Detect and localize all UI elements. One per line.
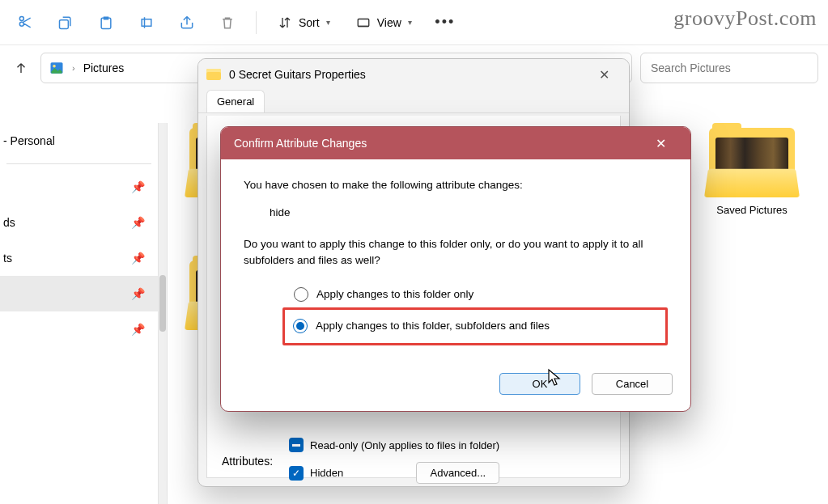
highlight: Apply changes to this folder, subfolders… <box>282 307 668 345</box>
radio-recursive[interactable]: Apply changes to this folder, subfolders… <box>293 313 657 339</box>
folder-icon <box>206 69 221 80</box>
ellipsis-icon: ••• <box>435 14 455 31</box>
rename-button[interactable] <box>128 6 165 39</box>
chevron-right-icon: › <box>72 63 75 73</box>
paste-button[interactable] <box>87 6 125 39</box>
share-button[interactable] <box>168 6 206 39</box>
folder-item[interactable]: Saved Pictures <box>695 128 809 216</box>
scrollbar-thumb[interactable] <box>159 275 166 332</box>
folder-icon <box>704 128 800 197</box>
checkbox-icon: ✓ <box>289 466 304 481</box>
svg-rect-0 <box>358 19 369 26</box>
sidebar-item[interactable]: 📌 <box>0 276 158 311</box>
sidebar-item[interactable]: ts 📌 <box>0 240 158 276</box>
sort-button[interactable]: Sort ▾ <box>266 11 342 35</box>
sidebar-item-label: ts <box>3 252 12 265</box>
properties-tabs: General <box>198 90 629 113</box>
ok-button[interactable]: OK <box>499 373 580 395</box>
watermark: groovyPost.com <box>673 6 817 31</box>
radio-icon <box>293 319 308 333</box>
radio-label: Apply changes to this folder only <box>316 286 473 303</box>
sort-label: Sort <box>299 16 320 29</box>
clipboard-icon <box>98 15 114 31</box>
confirm-titlebar[interactable]: Confirm Attribute Changes ✕ <box>221 127 690 159</box>
view-icon <box>356 15 371 30</box>
attributes-row: Attributes: Read-only (Only applies to f… <box>222 438 605 484</box>
pin-icon: 📌 <box>131 287 145 300</box>
radio-folder-only[interactable]: Apply changes to this folder only <box>294 282 668 307</box>
rename-icon <box>138 15 155 31</box>
confirm-close-button[interactable]: ✕ <box>643 131 677 155</box>
hidden-label: Hidden <box>310 467 343 479</box>
tab-general[interactable]: General <box>206 90 265 112</box>
scissors-icon <box>17 15 33 31</box>
folder-label: Saved Pictures <box>695 204 809 216</box>
copy-icon <box>57 15 74 31</box>
attributes-label: Attributes: <box>222 455 273 468</box>
sidebar-separator <box>6 163 151 164</box>
sidebar-scrollbar[interactable] <box>158 123 168 504</box>
sidebar-item[interactable]: - Personal <box>0 123 158 159</box>
confirm-question: Do you want to apply this change to this… <box>244 236 668 269</box>
copy-button[interactable] <box>47 6 84 39</box>
trash-icon <box>219 15 236 31</box>
toolbar: Sort ▾ View ▾ ••• groovyPost.com <box>0 0 828 45</box>
radio-icon <box>294 287 308 302</box>
pictures-icon <box>49 61 64 75</box>
properties-close-button[interactable]: ✕ <box>587 62 621 87</box>
confirm-change: hide <box>270 205 668 221</box>
nav-sidebar: - Personal 📌 ds 📌 ts 📌 📌 📌 <box>0 91 158 504</box>
radio-group: Apply changes to this folder only Apply … <box>294 282 668 345</box>
close-icon: ✕ <box>656 136 666 151</box>
pin-icon: 📌 <box>131 252 145 265</box>
view-button[interactable]: View ▾ <box>345 11 423 35</box>
sidebar-item-label: ds <box>3 216 15 229</box>
readonly-checkbox[interactable]: Read-only (Only applies to files in fold… <box>289 438 499 452</box>
chevron-down-icon: ▾ <box>408 18 412 27</box>
search-input[interactable] <box>640 53 818 83</box>
radio-label: Apply changes to this folder, subfolders… <box>316 318 550 334</box>
nav-up-button[interactable] <box>10 57 32 79</box>
confirm-intro: You have chosen to make the following at… <box>244 177 668 193</box>
view-label: View <box>377 16 401 29</box>
readonly-label: Read-only (Only applies to files in fold… <box>310 439 499 451</box>
more-button[interactable]: ••• <box>427 6 464 39</box>
sidebar-item[interactable]: 📌 <box>0 169 158 205</box>
advanced-button[interactable]: Advanced... <box>416 462 499 484</box>
close-icon: ✕ <box>599 67 609 83</box>
share-icon <box>179 15 195 31</box>
breadcrumb-location[interactable]: Pictures <box>83 61 125 74</box>
confirm-body: You have chosen to make the following at… <box>221 159 690 362</box>
checkbox-icon <box>289 438 304 452</box>
confirm-buttons: OK Cancel <box>221 362 690 411</box>
cut-button[interactable] <box>6 6 44 39</box>
chevron-down-icon: ▾ <box>326 18 330 27</box>
confirm-title: Confirm Attribute Changes <box>234 137 367 150</box>
confirm-dialog: Confirm Attribute Changes ✕ You have cho… <box>220 126 691 412</box>
sort-icon <box>278 15 292 30</box>
properties-title: 0 Secret Guitars Properties <box>229 68 366 81</box>
cancel-button[interactable]: Cancel <box>592 373 673 395</box>
arrow-up-icon <box>14 61 28 75</box>
properties-titlebar[interactable]: 0 Secret Guitars Properties ✕ <box>198 59 629 90</box>
sidebar-item[interactable]: 📌 <box>0 311 158 347</box>
sidebar-item[interactable]: ds 📌 <box>0 205 158 240</box>
delete-button[interactable] <box>209 6 246 39</box>
pin-icon: 📌 <box>131 180 145 193</box>
sidebar-item-label: - Personal <box>3 134 55 147</box>
hidden-checkbox[interactable]: ✓ Hidden <box>289 466 343 481</box>
svg-point-2 <box>53 65 56 68</box>
toolbar-separator <box>256 11 257 34</box>
pin-icon: 📌 <box>131 323 145 336</box>
pin-icon: 📌 <box>131 216 145 229</box>
